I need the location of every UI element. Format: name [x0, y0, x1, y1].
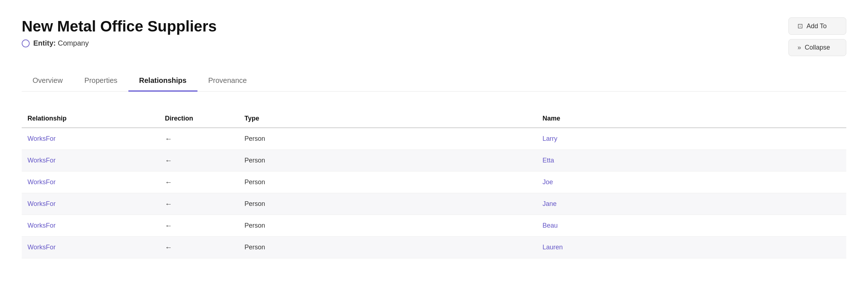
cell-direction: ←	[165, 135, 244, 143]
tab-overview[interactable]: Overview	[22, 71, 73, 92]
page-container: New Metal Office Suppliers Entity: Compa…	[0, 0, 868, 304]
cell-type: Person	[244, 222, 542, 229]
add-to-icon: ⊡	[797, 22, 803, 30]
table-row: WorksFor ← Person Lauren	[22, 237, 846, 258]
table-body: WorksFor ← Person Larry WorksFor ← Perso…	[22, 128, 846, 258]
add-to-label: Add To	[807, 22, 827, 30]
cell-type: Person	[244, 135, 542, 143]
cell-type: Person	[244, 178, 542, 186]
cell-name[interactable]: Joe	[542, 178, 841, 186]
entity-label: Entity: Company	[33, 39, 89, 47]
tab-relationships[interactable]: Relationships	[128, 71, 197, 92]
cell-direction: ←	[165, 178, 244, 186]
title-area: New Metal Office Suppliers Entity: Compa…	[22, 17, 217, 47]
cell-relationship[interactable]: WorksFor	[27, 200, 165, 208]
tab-provenance[interactable]: Provenance	[197, 71, 258, 92]
cell-type: Person	[244, 157, 542, 164]
cell-relationship[interactable]: WorksFor	[27, 222, 165, 229]
cell-name[interactable]: Jane	[542, 200, 841, 208]
table-section: Relationship Direction Type Name WorksFo…	[22, 110, 846, 258]
cell-type: Person	[244, 200, 542, 208]
col-header-relationship: Relationship	[27, 115, 165, 122]
cell-direction: ←	[165, 243, 244, 252]
entity-row: Entity: Company	[22, 39, 217, 47]
cell-name[interactable]: Etta	[542, 157, 841, 164]
header-section: New Metal Office Suppliers Entity: Compa…	[22, 17, 846, 56]
col-header-name: Name	[542, 115, 841, 122]
table-row: WorksFor ← Person Jane	[22, 193, 846, 215]
cell-direction: ←	[165, 156, 244, 165]
collapse-icon: »	[797, 44, 801, 51]
cell-name[interactable]: Larry	[542, 135, 841, 143]
table-row: WorksFor ← Person Larry	[22, 128, 846, 150]
table-row: WorksFor ← Person Beau	[22, 215, 846, 237]
cell-type: Person	[244, 244, 542, 251]
col-header-direction: Direction	[165, 115, 244, 122]
tabs-section: Overview Properties Relationships Proven…	[22, 71, 846, 92]
cell-direction: ←	[165, 221, 244, 230]
action-buttons: ⊡ Add To » Collapse	[788, 17, 846, 56]
table-row: WorksFor ← Person Etta	[22, 150, 846, 172]
cell-relationship[interactable]: WorksFor	[27, 178, 165, 186]
cell-direction: ←	[165, 200, 244, 208]
cell-relationship[interactable]: WorksFor	[27, 157, 165, 164]
table-row: WorksFor ← Person Joe	[22, 172, 846, 193]
col-header-type: Type	[244, 115, 542, 122]
cell-relationship[interactable]: WorksFor	[27, 244, 165, 251]
cell-name[interactable]: Beau	[542, 222, 841, 229]
tab-properties[interactable]: Properties	[73, 71, 128, 92]
collapse-button[interactable]: » Collapse	[788, 39, 846, 56]
add-to-button[interactable]: ⊡ Add To	[788, 17, 846, 35]
cell-name[interactable]: Lauren	[542, 244, 841, 251]
entity-dot	[22, 39, 30, 47]
cell-relationship[interactable]: WorksFor	[27, 135, 165, 143]
page-title: New Metal Office Suppliers	[22, 17, 217, 35]
collapse-label: Collapse	[805, 44, 830, 51]
table-header: Relationship Direction Type Name	[22, 110, 846, 128]
